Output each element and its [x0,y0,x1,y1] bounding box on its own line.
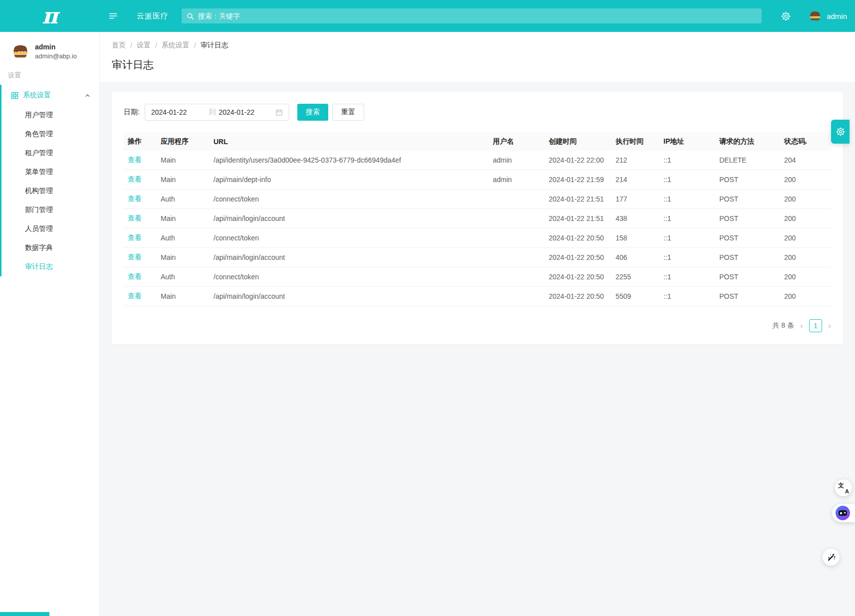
table-row: 查看 Main /api/main/dept-info admin 2024-0… [124,170,831,190]
cell-url: /api/main/login/account [210,287,489,306]
cell-status-code: 200 [780,170,831,190]
table-header-row: 操作 应用程序 URL 用户名 创建时间 执行时间 IP地址 [124,133,831,151]
global-search[interactable] [182,8,762,23]
cell-url: /connect/token [210,228,489,248]
breadcrumb-item-audit-logs[interactable]: / 审计日志 [190,41,228,50]
translate-button[interactable]: 文 A [835,479,852,496]
reset-button[interactable]: 重置 [332,104,364,121]
date-to-value[interactable]: 2024-01-22 [218,108,273,116]
robot-assistant-button[interactable] [832,504,855,522]
sidebar-item-label: 菜单管理 [25,168,53,177]
cell-duration: 5509 [612,287,659,306]
page-title: 审计日志 [112,58,843,72]
sidebar-item-label: 审计日志 [25,262,53,271]
view-link[interactable]: 查看 [128,253,142,261]
view-link[interactable]: 查看 [128,292,142,300]
cell-duration: 214 [612,170,659,190]
view-link[interactable]: 查看 [128,272,142,280]
total-count: 共 8 条 [772,321,794,330]
view-link[interactable]: 查看 [128,175,142,183]
sidebar-item-label: 租户管理 [25,149,53,158]
cell-method: POST [715,209,780,228]
table-row: 查看 Auth /connect/token 2024-01-22 21:51 … [124,190,831,209]
cell-username [489,287,545,306]
sidebar-item-audit-logs[interactable]: 审计日志 [1,257,99,276]
global-search-input[interactable] [198,12,757,20]
column-header: 应用程序 [157,133,210,151]
view-link[interactable]: 查看 [128,233,142,241]
logo[interactable]: π [42,5,58,27]
date-from-value[interactable]: 2024-01-22 [151,108,206,116]
sidebar-item-departments[interactable]: 部门管理 [1,201,99,219]
cell-application: Auth [157,228,210,248]
cell-duration: 438 [612,209,659,228]
settings-gear-icon[interactable] [781,11,791,21]
header-avatar[interactable] [808,9,822,23]
column-header: 创建时间 [545,133,612,151]
cell-duration: 177 [612,190,659,209]
next-page-button[interactable]: › [828,321,831,330]
view-link[interactable]: 查看 [128,195,142,203]
breadcrumb-item-home[interactable]: 首页 [112,41,126,50]
cell-status-code: 200 [780,267,831,287]
robot-icon [836,506,850,520]
view-link[interactable]: 查看 [128,214,142,222]
audit-table: 操作 应用程序 URL 用户名 创建时间 执行时间 IP地址 [124,133,831,306]
prev-page-button[interactable]: ‹ [800,321,803,330]
user-name: admin [35,43,77,51]
app-header: π 云派医疗 admin [0,0,855,32]
table-row: 查看 Auth /connect/token 2024-01-22 20:50 … [124,228,831,248]
sidebar-item-staff[interactable]: 人员管理 [1,219,99,238]
sidebar-item-tenants[interactable]: 租户管理 [1,144,99,163]
cell-username: admin [489,170,545,190]
page-head: 首页 / 设置 / 系统设置 / 审计日志 审计日志 [100,32,855,82]
cell-username [489,248,545,267]
cell-method: POST [715,170,780,190]
menu-fold-icon[interactable] [109,11,118,20]
sidebar-item-roles[interactable]: 角色管理 [1,125,99,144]
sidebar-scrollbar-thumb[interactable] [0,612,49,616]
sidebar-item-menus[interactable]: 菜单管理 [1,163,99,182]
date-range-input[interactable]: 2024-01-22 到 2024-01-22 [145,104,289,121]
cell-username [489,267,545,287]
header-username[interactable]: admin [827,12,847,20]
table-row: 查看 Main /api/main/login/account 2024-01-… [124,209,831,228]
cell-username [489,190,545,209]
settings-drawer-toggle[interactable] [831,120,850,144]
cell-action: 查看 [124,170,157,190]
cell-created-time: 2024-01-22 22:00 [545,151,612,170]
breadcrumb-item-settings[interactable]: / 设置 [126,41,151,50]
cell-method: POST [715,267,780,287]
page-1-button[interactable]: 1 [809,319,822,332]
column-header: 执行时间 [612,133,659,151]
cell-status-code: 200 [780,190,831,209]
search-icon [187,12,194,20]
table-row: 查看 Auth /connect/token 2024-01-22 20:50 … [124,267,831,287]
menu-parent-label: 系统设置 [23,91,51,100]
cell-ip: ::1 [659,190,715,209]
search-button[interactable]: 搜索 [297,104,328,121]
sidebar-item-data-dictionary[interactable]: 数据字典 [1,238,99,257]
magic-wand-button[interactable] [823,549,840,566]
cell-username [489,228,545,248]
cell-created-time: 2024-01-22 21:59 [545,170,612,190]
filter-row: 日期: 2024-01-22 到 2024-01-22 搜索 重置 [124,104,831,121]
cell-application: Main [157,248,210,267]
sidebar-item-system-settings[interactable]: 系统设置 [1,85,99,106]
breadcrumb-item-system-settings[interactable]: / 系统设置 [151,41,190,50]
sidebar-item-organizations[interactable]: 机构管理 [1,182,99,201]
view-link[interactable]: 查看 [128,156,142,164]
cell-created-time: 2024-01-22 21:51 [545,209,612,228]
cell-created-time: 2024-01-22 20:50 [545,228,612,248]
column-header: 用户名 [489,133,545,151]
content-body: 日期: 2024-01-22 到 2024-01-22 搜索 重置 [100,82,855,354]
chevron-up-icon [85,93,90,98]
cell-url: /api/main/login/account [210,248,489,267]
cell-created-time: 2024-01-22 20:50 [545,287,612,306]
main-content: 首页 / 设置 / 系统设置 / 审计日志 审计日志 [100,32,855,616]
sidebar-item-users[interactable]: 用户管理 [1,106,99,125]
submenu: 用户管理 角色管理 租户管理 菜单管理 机构管理 [1,106,99,276]
cell-action: 查看 [124,151,157,170]
table-row: 查看 Main /api/identity/users/3a0d00ee-942… [124,151,831,170]
breadcrumb-label: 设置 [137,41,151,50]
